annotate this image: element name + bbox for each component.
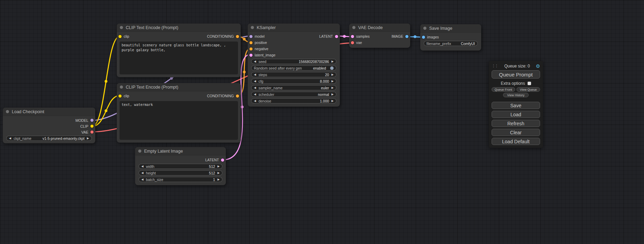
input-slot-model[interactable]: model — [249, 34, 265, 38]
arrow-right-icon[interactable]: ▶ — [332, 93, 334, 96]
input-dot-positive[interactable] — [249, 41, 253, 44]
output-dot-latent[interactable] — [221, 159, 224, 162]
arrow-right-icon[interactable]: ▶ — [87, 137, 89, 140]
arrow-left-icon[interactable]: ◀ — [254, 60, 256, 63]
clear-button[interactable]: Clear — [492, 129, 540, 136]
input-dot-negative[interactable] — [249, 47, 253, 51]
input-dot-clip[interactable] — [118, 94, 122, 98]
view-queue-button[interactable]: View Queue — [517, 87, 540, 92]
widget-batch-size[interactable]: ◀ batch_size 1 ▶ — [139, 177, 222, 182]
arrow-left-icon[interactable]: ◀ — [141, 165, 143, 168]
input-slot-vae[interactable]: vae — [351, 40, 362, 45]
drag-handle-icon[interactable]: ⋮⋮ — [492, 64, 499, 68]
widget-seed[interactable]: ◀ seed 156680208700286 ▶ — [251, 59, 336, 64]
prompt-textarea[interactable]: text, watermark — [120, 101, 238, 140]
toggle-knob-icon[interactable] — [330, 66, 334, 70]
output-slot-image[interactable]: IMAGE — [391, 34, 408, 38]
input-slot-latent-image[interactable]: latent_image — [249, 53, 275, 57]
input-dot-vae[interactable] — [351, 41, 354, 44]
output-dot-image[interactable] — [405, 35, 408, 38]
arrow-right-icon[interactable]: ▶ — [332, 73, 334, 76]
arrow-left-icon[interactable]: ◀ — [141, 172, 143, 174]
node-title-bar[interactable]: KSampler — [248, 24, 340, 32]
arrow-left-icon[interactable]: ◀ — [141, 178, 143, 181]
arrow-right-icon[interactable]: ▶ — [332, 87, 334, 89]
arrow-right-icon[interactable]: ▶ — [218, 178, 220, 181]
widget-random-seed-toggle[interactable]: Random seed after every gen enabled — [251, 65, 336, 71]
output-dot-model[interactable] — [90, 119, 94, 122]
collapse-dot-icon[interactable] — [138, 150, 141, 153]
node-save-image[interactable]: Save Image images filename_prefix ComfyU… — [420, 24, 481, 51]
arrow-right-icon[interactable]: ▶ — [218, 172, 220, 174]
arrow-left-icon[interactable]: ◀ — [9, 137, 11, 140]
arrow-left-icon[interactable]: ◀ — [254, 100, 256, 102]
input-dot-samples[interactable] — [351, 35, 354, 38]
node-empty-latent-image[interactable]: Empty Latent Image LATENT ◀ width 512 ▶ … — [135, 147, 226, 185]
node-title-bar[interactable]: VAE Decode — [349, 24, 410, 32]
queue-front-button[interactable]: Queue Front — [492, 87, 515, 92]
node-title-bar[interactable]: CLIP Text Encode (Prompt) — [117, 83, 241, 91]
arrow-left-icon[interactable]: ◀ — [254, 87, 256, 89]
widget-height[interactable]: ◀ height 512 ▶ — [139, 170, 222, 175]
collapse-dot-icon[interactable] — [6, 110, 9, 113]
output-slot[interactable]: VAE — [81, 130, 94, 134]
widget-cfg[interactable]: ◀ cfg 8.000 ▶ — [251, 79, 336, 84]
widget-sampler-name[interactable]: ◀ sampler_name euler ▶ — [251, 85, 336, 90]
input-dot-clip[interactable] — [118, 35, 122, 38]
output-slot-conditioning[interactable]: CONDITIONING — [207, 34, 239, 38]
collapse-dot-icon[interactable] — [251, 26, 254, 29]
widget-filename-prefix[interactable]: filename_prefix ComfyUI — [424, 41, 478, 46]
input-slot-samples[interactable]: samples — [351, 34, 370, 38]
input-slot-negative[interactable]: negative — [249, 47, 268, 51]
arrow-left-icon[interactable]: ◀ — [254, 73, 256, 76]
arrow-right-icon[interactable]: ▶ — [332, 100, 334, 102]
widget-denoise[interactable]: ◀ denoise 1.000 ▶ — [251, 98, 336, 103]
widget-steps[interactable]: ◀ steps 20 ▶ — [251, 72, 336, 77]
widget-ckpt-name[interactable]: ◀ ckpt_name v1-5-pruned-emaonly.ckpt ▶ — [6, 136, 92, 141]
input-dot-model[interactable] — [249, 35, 253, 38]
output-slot[interactable]: MODEL — [76, 118, 94, 123]
save-button[interactable]: Save — [492, 102, 540, 109]
view-history-button[interactable]: View History — [503, 93, 529, 97]
input-slot-images[interactable]: images — [422, 35, 439, 39]
collapse-dot-icon[interactable] — [423, 27, 426, 30]
node-clip-text-encode-positive[interactable]: CLIP Text Encode (Prompt) clip CONDITION… — [117, 24, 241, 77]
input-dot-latent-image[interactable] — [249, 54, 253, 57]
node-title-bar[interactable]: Load Checkpoint — [3, 108, 95, 116]
arrow-right-icon[interactable]: ▶ — [332, 60, 334, 63]
arrow-right-icon[interactable]: ▶ — [218, 165, 220, 168]
output-dot-conditioning[interactable] — [236, 35, 239, 38]
arrow-right-icon[interactable]: ▶ — [332, 80, 334, 83]
output-slot[interactable]: CLIP — [80, 124, 94, 128]
prompt-textarea[interactable]: beautiful scenery nature glass bottle la… — [120, 42, 238, 74]
output-slot-latent[interactable]: LATENT — [319, 34, 338, 38]
collapse-dot-icon[interactable] — [120, 26, 123, 29]
collapse-dot-icon[interactable] — [120, 85, 123, 89]
input-slot-clip[interactable]: clip — [118, 34, 129, 38]
output-dot-latent[interactable] — [335, 35, 338, 38]
load-button[interactable]: Load — [492, 111, 540, 118]
output-dot-vae[interactable] — [90, 130, 94, 134]
widget-scheduler[interactable]: ◀ scheduler normal ▶ — [251, 92, 336, 97]
queue-prompt-button[interactable]: Queue Prompt — [492, 70, 540, 79]
output-slot[interactable]: LATENT — [205, 158, 224, 162]
input-slot-clip[interactable]: clip — [118, 94, 129, 98]
node-title-bar[interactable]: Empty Latent Image — [135, 147, 226, 155]
node-load-checkpoint[interactable]: Load Checkpoint MODEL CLIP VAE ◀ ckpt_na… — [3, 108, 95, 143]
refresh-button[interactable]: Refresh — [492, 120, 540, 127]
gear-icon[interactable]: ⚙ — [536, 63, 540, 69]
node-title-bar[interactable]: CLIP Text Encode (Prompt) — [117, 24, 241, 32]
node-title-bar[interactable]: Save Image — [420, 24, 481, 33]
extra-options-checkbox[interactable] — [528, 82, 531, 85]
node-ksampler[interactable]: KSampler model LATENT positive negative — [248, 24, 340, 107]
arrow-left-icon[interactable]: ◀ — [254, 93, 256, 96]
widget-width[interactable]: ◀ width 512 ▶ — [139, 164, 222, 169]
collapse-dot-icon[interactable] — [352, 26, 355, 29]
node-clip-text-encode-negative[interactable]: CLIP Text Encode (Prompt) clip CONDITION… — [117, 83, 241, 143]
input-dot-images[interactable] — [422, 36, 425, 39]
node-vae-decode[interactable]: VAE Decode samples IMAGE vae — [349, 24, 410, 48]
input-slot-positive[interactable]: positive — [249, 40, 267, 45]
output-dot-conditioning[interactable] — [236, 94, 239, 98]
output-slot-conditioning[interactable]: CONDITIONING — [207, 94, 239, 98]
output-dot-clip[interactable] — [90, 125, 94, 128]
